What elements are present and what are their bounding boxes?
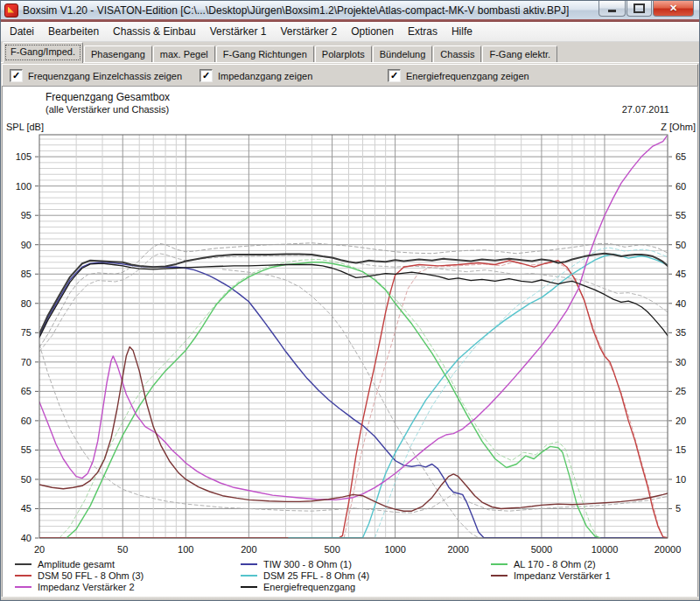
y-left-tick: 70 [21, 357, 32, 367]
legend-swatch [491, 575, 508, 577]
x-tick: 5000 [531, 544, 552, 555]
display-options-panel: ✓Frequenzgang Einzelchassis zeigen✓Imped… [2, 64, 698, 87]
close-icon: ✕ [669, 3, 677, 14]
series-energiefrequenzgang [39, 263, 668, 338]
menu-item-verst-rker-2[interactable]: Verstärker 2 [273, 23, 344, 40]
series-impedanz-v1-previous [39, 345, 668, 514]
y-left-tick: 100 [16, 181, 32, 192]
tab-f-gang-elektr-[interactable]: F-Gang elektr. [482, 45, 557, 63]
menu-item-verst-rker-1[interactable]: Verstärker 1 [203, 23, 274, 40]
tab-chassis[interactable]: Chassis [433, 45, 481, 63]
legend-swatch [241, 563, 257, 565]
legend-swatch [15, 563, 32, 565]
series-impedanz-verstaerker-2 [39, 136, 667, 500]
checkbox-impedanzgang-zeigen[interactable]: ✓ [200, 69, 213, 82]
y-right-tick: 35 [676, 327, 686, 338]
checkbox-label: Frequenzgang Einzelchassis zeigen [28, 71, 182, 81]
legend-item-impedanz-verst-rker-2: Impedanz Verstärker 2 [15, 582, 135, 592]
minimize-button[interactable] [598, 1, 626, 17]
checkbox-label: Energiefrequenzgang zeigen [406, 71, 529, 81]
x-tick: 20 [34, 544, 45, 555]
app-icon [4, 3, 18, 17]
y-left-tick: 55 [21, 444, 32, 455]
legend-swatch [491, 563, 508, 565]
tab-f-gang-richtungen[interactable]: F-Gang Richtungen [216, 45, 314, 63]
window-title: Boxsim V1.20 - VISATON-Edition [C:\...\D… [23, 4, 569, 17]
menu-item-optionen[interactable]: Optionen [344, 23, 401, 40]
legend-label: AL 170 - 8 Ohm (2) [514, 559, 596, 570]
y-left-tick: 75 [21, 327, 32, 338]
y-right-tick: 55 [676, 210, 686, 220]
legend-item-al-170-8-ohm-2-: AL 170 - 8 Ohm (2) [491, 559, 596, 570]
legend-label: TIW 300 - 8 Ohm (1) [263, 559, 352, 570]
close-button[interactable]: ✕ [653, 1, 694, 17]
legend-swatch [15, 575, 32, 577]
chart-panel: Frequenzgang Gesamtbox (alle Verstärker … [2, 86, 698, 597]
maximize-icon [634, 3, 645, 13]
legend-swatch [241, 586, 257, 588]
y-left-tick: 85 [21, 269, 32, 279]
series-dsm50 [39, 261, 668, 538]
legend-item-dsm-50-ffl-8-ohm-3-: DSM 50 FFL - 8 Ohm (3) [15, 570, 144, 581]
menu-item-hilfe[interactable]: Hilfe [444, 23, 480, 40]
frequency-response-plot: 1051009590858075706560555045406560555045… [3, 87, 700, 598]
title-bar[interactable]: Boxsim V1.20 - VISATON-Edition [C:\...\D… [1, 1, 699, 19]
x-tick: 50 [117, 544, 128, 555]
y-right-tick: 15 [676, 444, 686, 455]
checkbox-group: ✓Energiefrequenzgang zeigen [388, 69, 529, 82]
checkbox-frequenzgang-einzelchassis-zeigen[interactable]: ✓ [10, 69, 23, 82]
app-window: Boxsim V1.20 - VISATON-Edition [C:\...\D… [0, 0, 700, 601]
y-left-tick: 95 [21, 210, 32, 220]
maximize-button[interactable] [626, 1, 652, 17]
y-right-tick: 25 [676, 386, 686, 396]
legend-label: Energiefrequenzgang [263, 582, 355, 592]
menu-item-extras[interactable]: Extras [401, 23, 444, 40]
x-tick: 10000 [592, 544, 619, 555]
legend-label: Impedanz Verstärker 2 [38, 582, 135, 592]
y-left-tick: 105 [16, 151, 32, 162]
x-tick: 1000 [384, 544, 405, 555]
menu-bar: DateiBearbeitenChassis & EinbauVerstärke… [1, 22, 699, 42]
y-left-tick: 90 [21, 240, 32, 250]
y-right-tick: 30 [676, 357, 686, 367]
legend-swatch [241, 575, 257, 577]
y-right-tick: 10 [676, 474, 686, 485]
y-right-tick: 45 [676, 269, 686, 279]
checkbox-energiefrequenzgang-zeigen[interactable]: ✓ [388, 69, 401, 82]
y-left-tick: 60 [21, 416, 32, 426]
x-tick: 500 [324, 544, 340, 555]
menu-item-datei[interactable]: Datei [3, 23, 41, 40]
menu-item-bearbeiten[interactable]: Bearbeiten [41, 23, 106, 40]
tab-f-gang-imped-[interactable]: F-Gang/Imped. [3, 42, 83, 63]
tab-b-ndelung[interactable]: Bündelung [373, 45, 433, 63]
checkbox-group: ✓Frequenzgang Einzelchassis zeigen [10, 69, 182, 82]
tab-polarplots[interactable]: Polarplots [315, 45, 372, 63]
y-right-tick: 60 [676, 181, 686, 192]
y-left-tick: 45 [21, 503, 32, 514]
legend-label: Amplitude gesamt [38, 559, 115, 570]
legend-item-dsm-25-ffl-8-ohm-4-: DSM 25 FFL - 8 Ohm (4) [241, 570, 369, 581]
y-right-tick: 5 [676, 503, 681, 514]
legend-item-impedanz-verst-rker-1: Impedanz Verstärker 1 [491, 570, 611, 581]
tab-phasengang[interactable]: Phasengang [84, 45, 152, 63]
menu-item-chassis-einbau[interactable]: Chassis & Einbau [106, 23, 203, 40]
y-left-tick: 40 [21, 533, 32, 543]
y-right-tick: 40 [676, 298, 686, 309]
checkbox-label: Impedanzgang zeigen [218, 71, 312, 81]
legend-item-energiefrequenzgang: Energiefrequenzgang [241, 582, 355, 592]
x-tick: 20000 [654, 544, 682, 555]
x-tick: 100 [178, 544, 193, 555]
y-right-tick: 50 [676, 240, 686, 250]
y-left-tick: 50 [21, 474, 32, 485]
x-tick: 200 [241, 544, 256, 555]
legend-item-tiw-300-8-ohm-1-: TIW 300 - 8 Ohm (1) [241, 559, 352, 570]
legend-label: Impedanz Verstärker 1 [514, 570, 611, 581]
checkbox-group: ✓Impedanzgang zeigen [200, 69, 312, 82]
legend-swatch [15, 586, 32, 588]
series-impedanz-verstaerker-1 [39, 346, 668, 511]
y-right-tick: 20 [676, 416, 686, 426]
y-left-tick: 65 [21, 386, 32, 396]
series-dsm25 [289, 255, 668, 538]
tab-max-pegel[interactable]: max. Pegel [153, 45, 215, 63]
window-bottom-border [1, 597, 699, 600]
